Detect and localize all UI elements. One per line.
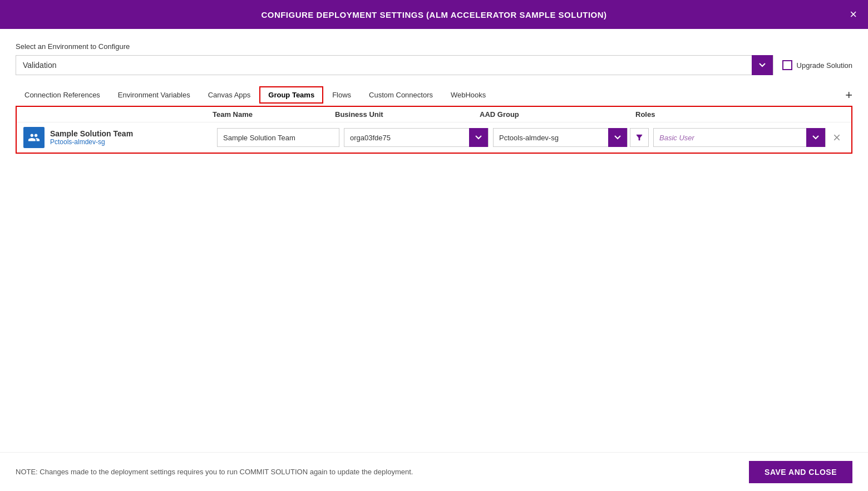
dialog-body: Select an Environment to Configure Valid… <box>0 29 868 154</box>
tab-group-teams[interactable]: Group Teams <box>259 86 323 104</box>
upgrade-solution-row: Upgrade Solution <box>782 60 852 70</box>
team-sub-name: Pctools-almdev-sg <box>50 138 133 146</box>
filter-icon <box>635 133 644 142</box>
aad-group-filter-button[interactable] <box>630 128 649 147</box>
dialog-title: CONFIGURE DEPLOYMENT SETTINGS (ALM Accel… <box>261 10 606 19</box>
tab-environment-variables[interactable]: Environment Variables <box>109 86 199 104</box>
environment-dropdown[interactable]: Validation <box>16 55 773 75</box>
tab-connection-references[interactable]: Connection References <box>16 86 109 104</box>
dialog-close-button[interactable]: × <box>850 8 857 21</box>
group-icon <box>28 131 40 144</box>
team-display-name: Sample Solution Team <box>50 129 133 138</box>
business-unit-value: orga03fde75 <box>344 134 469 142</box>
table-header-row: Team Name Business Unit AAD Group Roles <box>17 107 851 122</box>
business-unit-dropdown[interactable]: orga03fde75 <box>344 128 489 147</box>
group-teams-table: Team Name Business Unit AAD Group Roles … <box>16 106 852 154</box>
tab-custom-connectors[interactable]: Custom Connectors <box>360 86 442 104</box>
aad-group-cell: Pctools-almdev-sg <box>493 128 649 147</box>
col-header-empty <box>23 110 213 119</box>
tabs-row: Connection References Environment Variab… <box>16 86 852 104</box>
roles-cell: Basic User <box>653 128 845 147</box>
business-unit-cell: orga03fde75 <box>344 128 489 147</box>
business-unit-dropdown-button[interactable] <box>469 128 488 147</box>
tab-flows[interactable]: Flows <box>323 86 360 104</box>
tab-webhooks[interactable]: WebHooks <box>442 86 495 104</box>
roles-dropdown[interactable]: Basic User <box>653 128 826 147</box>
roles-dropdown-button[interactable] <box>806 128 825 147</box>
col-header-roles: Roles <box>635 110 845 119</box>
save-and-close-button[interactable]: SAVE AND CLOSE <box>749 461 852 483</box>
team-name-input[interactable] <box>217 128 339 147</box>
chevron-down-icon <box>812 134 819 141</box>
aad-group-dropdown[interactable]: Pctools-almdev-sg <box>493 128 628 147</box>
team-text-block: Sample Solution Team Pctools-almdev-sg <box>50 129 133 146</box>
env-select-row: Validation Upgrade Solution <box>16 55 852 75</box>
delete-row-button[interactable] <box>829 130 845 145</box>
close-icon <box>832 132 842 143</box>
chevron-down-icon <box>614 134 621 141</box>
env-section-label: Select an Environment to Configure <box>16 42 852 51</box>
chevron-down-icon <box>759 62 766 68</box>
environment-selected-value: Validation <box>16 55 752 75</box>
aad-group-dropdown-button[interactable] <box>608 128 627 147</box>
chevron-down-icon <box>475 134 482 141</box>
upgrade-solution-checkbox[interactable] <box>782 60 792 70</box>
dialog-header: CONFIGURE DEPLOYMENT SETTINGS (ALM Accel… <box>0 0 868 29</box>
team-icon <box>23 127 45 148</box>
col-header-aad-group: AAD Group <box>480 110 635 119</box>
upgrade-solution-label: Upgrade Solution <box>797 61 852 70</box>
aad-group-value: Pctools-almdev-sg <box>494 134 608 142</box>
add-tab-button[interactable]: + <box>845 89 852 101</box>
environment-dropdown-button[interactable] <box>752 55 773 75</box>
col-header-team-name: Team Name <box>213 110 335 119</box>
table-row: Sample Solution Team Pctools-almdev-sg o… <box>17 122 851 153</box>
tab-canvas-apps[interactable]: Canvas Apps <box>199 86 260 104</box>
team-name-cell <box>217 128 339 147</box>
roles-value: Basic User <box>654 134 806 142</box>
col-header-business-unit: Business Unit <box>335 110 480 119</box>
footer-note: NOTE: Changes made to the deployment set… <box>16 468 413 476</box>
team-info-cell: Sample Solution Team Pctools-almdev-sg <box>23 127 213 148</box>
dialog-footer: NOTE: Changes made to the deployment set… <box>0 452 868 491</box>
